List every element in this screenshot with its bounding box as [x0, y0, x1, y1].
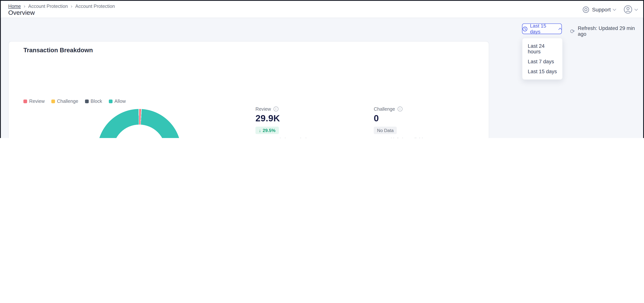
- transaction-breakdown-card: Transaction Breakdown Review Challenge B…: [8, 41, 489, 138]
- avatar-icon: [624, 5, 632, 14]
- stat-label: Review: [256, 107, 271, 111]
- info-icon[interactable]: [274, 107, 278, 111]
- menu-item-last-15-days[interactable]: Last 15 days: [522, 67, 562, 77]
- legend-swatch: [109, 99, 112, 103]
- support-icon: [583, 6, 590, 13]
- info-icon[interactable]: [398, 107, 402, 111]
- trend-badge: No Data: [374, 127, 397, 134]
- page-title: Overview: [8, 9, 35, 17]
- legend-item-challenge[interactable]: Challenge: [51, 99, 78, 104]
- time-range-button[interactable]: Last 15 days: [522, 24, 562, 34]
- legend-label: Challenge: [57, 99, 78, 104]
- time-range-label: Last 15 days: [530, 23, 556, 35]
- refresh-icon: ⟳: [570, 29, 575, 34]
- breadcrumb-separator-icon: ›: [71, 3, 72, 9]
- arrow-down-icon: ↓: [259, 128, 261, 133]
- menu-item-last-7-days[interactable]: Last 7 days: [522, 57, 562, 67]
- stat-value: 29.9K: [256, 113, 362, 124]
- header-right: Support: [583, 1, 638, 18]
- stat-caption: Was 42.4K in last period: [256, 137, 362, 138]
- breadcrumb: Home › Account Protection › Account Prot…: [8, 3, 115, 9]
- clock-icon: [522, 26, 528, 32]
- legend-item-allow[interactable]: Allow: [109, 99, 126, 104]
- user-menu-button[interactable]: [624, 5, 638, 14]
- stat-challenge: Challenge 0 No Data No trend info is ava…: [374, 107, 480, 138]
- menu-item-last-24-hours[interactable]: Last 24 hours: [522, 41, 562, 57]
- breakdown-card-title: Transaction Breakdown: [24, 47, 93, 53]
- chevron-down-icon: [613, 7, 616, 11]
- refresh-button[interactable]: ⟳ Refresh: Updated 29 min ago: [570, 26, 643, 37]
- breadcrumb-separator-icon: ›: [24, 3, 26, 9]
- stat-label: Challenge: [374, 107, 395, 111]
- support-menu-button[interactable]: Support: [583, 6, 616, 13]
- legend-label: Review: [29, 99, 45, 104]
- badge-text: No Data: [377, 128, 394, 133]
- app-root: Home › Account Protection › Account Prot…: [0, 0, 644, 138]
- legend-swatch: [85, 99, 88, 103]
- legend-swatch: [51, 99, 55, 103]
- breadcrumb-current: Account Protection: [75, 4, 115, 9]
- breakdown-legend: Review Challenge Block Allow: [24, 99, 126, 104]
- support-label: Support: [592, 6, 611, 13]
- legend-label: Block: [90, 99, 102, 104]
- breadcrumb-account-protection[interactable]: Account Protection: [28, 4, 68, 9]
- legend-swatch: [24, 99, 27, 103]
- legend-item-block[interactable]: Block: [85, 99, 102, 104]
- header: Home › Account Protection › Account Prot…: [1, 1, 643, 18]
- chevron-up-icon: [558, 28, 562, 31]
- time-range-menu: Last 24 hours Last 7 days Last 15 days: [522, 38, 563, 80]
- stat-caption: No trend info is available: [374, 137, 480, 138]
- donut-chart[interactable]: [97, 109, 181, 138]
- refresh-label: Refresh: Updated 29 min ago: [578, 26, 643, 37]
- chevron-down-icon: [634, 7, 638, 11]
- stat-review: Review 29.9K ↓29.5% Was 42.4K in last pe…: [256, 107, 362, 138]
- legend-item-review[interactable]: Review: [24, 99, 45, 104]
- stat-value: 0: [374, 113, 480, 124]
- legend-label: Allow: [114, 99, 126, 104]
- badge-text: 29.5%: [262, 128, 276, 133]
- trend-badge: ↓29.5%: [256, 127, 279, 134]
- breadcrumb-home[interactable]: Home: [8, 4, 21, 9]
